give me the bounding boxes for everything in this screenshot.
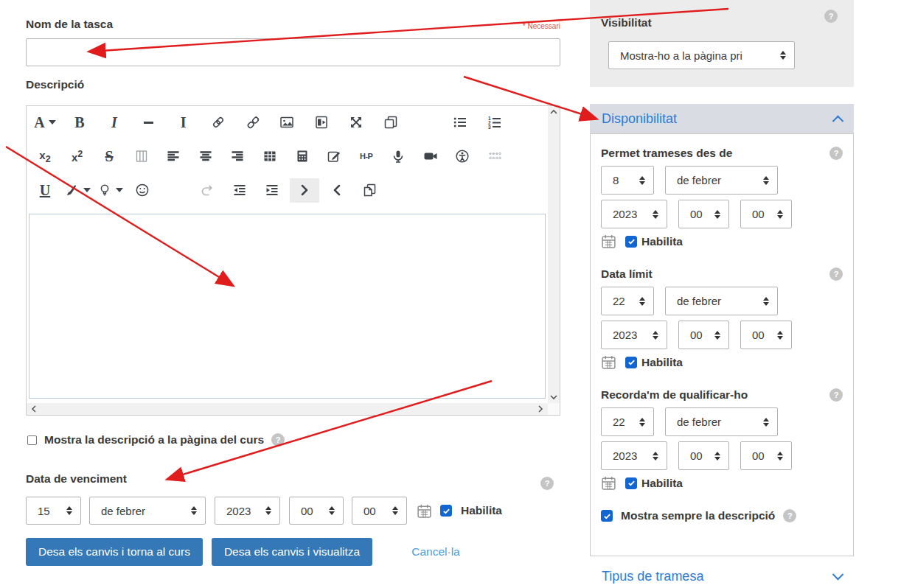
description-editor: ABII123x2x2SH-PU (26, 105, 560, 416)
year-select[interactable]: 2023 (215, 497, 280, 525)
highlighter-icon[interactable] (63, 178, 92, 203)
help-icon[interactable]: ? (540, 477, 554, 490)
scroll-down-icon[interactable] (550, 395, 557, 400)
h5p-icon[interactable]: H-P (352, 144, 381, 169)
ltr-icon[interactable] (322, 178, 352, 203)
emoticon-icon[interactable] (128, 178, 157, 203)
record-audio-icon[interactable] (383, 144, 413, 169)
scrollbar-corner (548, 403, 560, 415)
calendar-icon[interactable] (601, 475, 616, 491)
submission-types-section-header[interactable]: Tipus de tramesa (590, 565, 854, 588)
editor-horizontal-scrollbar[interactable] (27, 403, 548, 415)
calculator-icon[interactable] (288, 144, 317, 169)
month-select[interactable]: de febrer (665, 166, 778, 195)
bold-icon[interactable]: B (65, 111, 94, 135)
hour-select[interactable]: 00 (678, 321, 729, 349)
duplicate-icon[interactable] (376, 111, 406, 135)
task-name-input[interactable] (26, 38, 560, 66)
rtl-icon[interactable] (290, 178, 319, 203)
minute-select[interactable]: 00 (740, 321, 792, 349)
month-select[interactable]: de febrer (665, 287, 778, 315)
cancel-link[interactable]: Cancel·la (411, 545, 459, 559)
align-center-icon[interactable] (191, 144, 220, 169)
hour-select[interactable]: 00 (678, 441, 729, 470)
availability-section-header[interactable]: Disponibilitat (590, 104, 854, 133)
unordered-list-icon[interactable] (445, 111, 475, 135)
calendar-icon[interactable] (601, 354, 616, 370)
fullscreen-icon[interactable] (341, 111, 371, 135)
hour-select[interactable]: 00 (289, 497, 344, 525)
scroll-left-icon[interactable] (31, 405, 36, 413)
minute-select[interactable]: 00 (740, 441, 792, 470)
redo-icon[interactable] (192, 178, 222, 203)
month-select[interactable]: de febrer (89, 497, 206, 525)
scroll-right-icon[interactable] (538, 405, 543, 413)
select-arrows-icon (763, 297, 769, 306)
help-icon[interactable]: ? (824, 10, 838, 23)
undo-icon[interactable] (160, 178, 189, 203)
day-select[interactable]: 15 (26, 497, 81, 525)
help-icon[interactable]: ? (783, 509, 796, 522)
link-icon[interactable] (203, 111, 233, 135)
day-select[interactable]: 22 (601, 407, 654, 436)
show-description-checkbox[interactable] (27, 435, 37, 445)
year-select[interactable]: 2023 (601, 441, 667, 470)
paragraph-styles-icon[interactable]: A (30, 111, 60, 135)
superscript-icon[interactable]: x2 (63, 144, 92, 169)
calendar-icon[interactable] (601, 234, 616, 249)
strikethrough-icon[interactable]: S (94, 144, 124, 169)
select-arrows-icon (639, 418, 645, 427)
month-select[interactable]: de febrer (665, 407, 778, 436)
edit-note-icon[interactable] (319, 144, 349, 169)
always-show-description-checkbox[interactable] (601, 510, 613, 522)
editor-vertical-scrollbar[interactable] (548, 106, 560, 403)
unlink-icon[interactable] (238, 111, 268, 135)
visibility-select[interactable]: Mostra-ho a la pàgina pri (608, 41, 795, 69)
insert-media-icon[interactable] (307, 111, 336, 135)
save-return-button[interactable]: Desa els canvis i torna al curs (26, 538, 203, 566)
day-select[interactable]: 8 (601, 166, 654, 195)
enable-checkbox[interactable] (625, 477, 637, 489)
horizontal-rule-icon[interactable] (134, 111, 164, 135)
hour-select[interactable]: 00 (678, 200, 729, 228)
paste-icon[interactable] (355, 178, 384, 203)
screenreader-helper-icon[interactable] (480, 144, 509, 169)
enable-checkbox[interactable] (440, 505, 452, 517)
visibility-section: Visibilitat ? Mostra-ho a la pàgina pri (590, 0, 854, 87)
insert-image-icon[interactable] (272, 111, 302, 135)
underline-icon[interactable]: U (30, 178, 60, 203)
day-select[interactable]: 22 (601, 287, 654, 315)
columns-icon[interactable] (127, 144, 156, 169)
indent-icon[interactable] (257, 178, 287, 203)
minute-select[interactable]: 00 (352, 497, 407, 525)
text-cursor-icon[interactable]: I (169, 111, 198, 135)
due-limit-group: Data límit?22de febrer20230000Habilita (601, 267, 843, 370)
align-left-icon[interactable] (159, 144, 188, 169)
enable-checkbox[interactable] (625, 236, 637, 248)
help-icon[interactable]: ? (829, 147, 843, 160)
description-editor-body[interactable] (29, 214, 546, 399)
help-icon[interactable]: ? (829, 267, 843, 281)
editor-toolbar: ABII123x2x2SH-PU (30, 110, 546, 203)
subscript-icon[interactable]: x2 (30, 144, 60, 169)
save-display-button[interactable]: Desa els canvis i visualitza (212, 538, 372, 566)
enable-checkbox[interactable] (625, 357, 637, 368)
minute-select[interactable]: 00 (740, 200, 792, 228)
availability-section-body: Permet trameses des de?8de febrer2023000… (590, 133, 854, 556)
italic-icon[interactable]: I (100, 111, 129, 135)
outdent-icon[interactable] (225, 178, 254, 203)
availability-title: Disponibilitat (602, 111, 677, 127)
hint-icon[interactable] (95, 178, 125, 203)
help-icon[interactable]: ? (271, 433, 285, 447)
calendar-icon[interactable] (417, 503, 432, 519)
accessibility-checker-icon[interactable] (448, 144, 477, 169)
year-select[interactable]: 2023 (601, 321, 667, 349)
scroll-up-icon[interactable] (550, 109, 557, 114)
year-select[interactable]: 2023 (601, 200, 667, 228)
help-icon[interactable]: ? (829, 388, 843, 402)
align-right-icon[interactable] (223, 144, 252, 169)
html-source-icon[interactable] (411, 111, 440, 135)
insert-table-icon[interactable] (255, 144, 285, 169)
record-video-icon[interactable] (416, 144, 445, 169)
ordered-list-icon[interactable]: 123 (480, 111, 509, 135)
